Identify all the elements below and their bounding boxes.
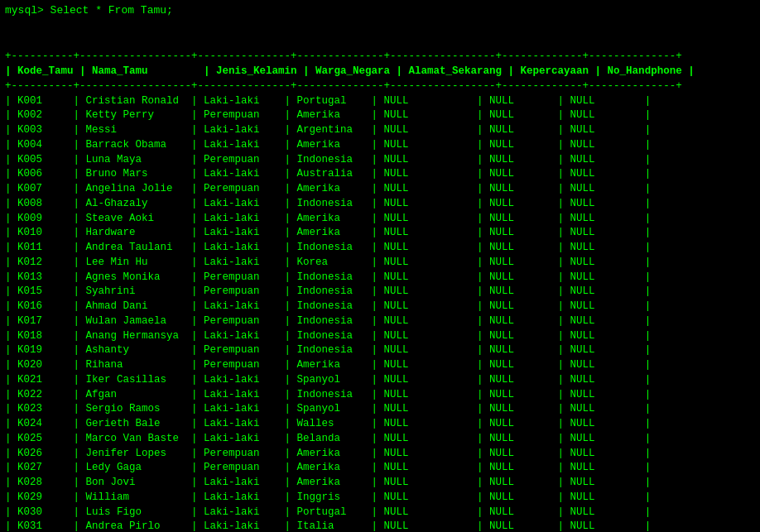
table-row: | K028 | Bon Jovi | Laki-laki | Amerika … <box>5 476 755 491</box>
table-row: | K029 | William | Laki-laki | Inggris |… <box>5 491 755 506</box>
sql-prompt: mysql> Select * From Tamu; <box>5 3 755 19</box>
table-row: | K019 | Ashanty | Perempuan | Indonesia… <box>5 343 755 358</box>
table-row: | K001 | Cristian Ronald | Laki-laki | P… <box>5 94 755 109</box>
table-row: | K011 | Andrea Taulani | Laki-laki | In… <box>5 241 755 256</box>
table-row: | K026 | Jenifer Lopes | Perempuan | Ame… <box>5 447 755 462</box>
table-row: | K015 | Syahrini | Perempuan | Indonesi… <box>5 285 755 300</box>
table-row: | K010 | Hardware | Laki-laki | Amerika … <box>5 226 755 241</box>
table-row: | K031 | Andrea Pirlo | Laki-laki | Ital… <box>5 520 755 532</box>
table-row: | K017 | Wulan Jamaela | Perempuan | Ind… <box>5 314 755 329</box>
table-row: | K005 | Luna Maya | Perempuan | Indones… <box>5 153 755 168</box>
table-row: | K022 | Afgan | Laki-laki | Indonesia |… <box>5 388 755 403</box>
table-row: | K009 | Steave Aoki | Laki-laki | Ameri… <box>5 212 755 227</box>
terminal-window: mysql> Select * From Tamu; +----------+-… <box>5 3 755 532</box>
table-row: | K004 | Barrack Obama | Laki-laki | Ame… <box>5 138 755 153</box>
table-row: | K013 | Agnes Monika | Perempuan | Indo… <box>5 271 755 285</box>
table-row: | K030 | Luis Figo | Laki-laki | Portuga… <box>5 506 755 520</box>
table-row: | K025 | Marco Van Baste | Laki-laki | B… <box>5 432 755 447</box>
table-row: | K006 | Bruno Mars | Laki-laki | Austra… <box>5 167 755 182</box>
table-row: | K008 | Al-Ghazaly | Laki-laki | Indone… <box>5 197 755 212</box>
query-results: +----------+------------------+---------… <box>5 21 755 532</box>
table-row: | K002 | Ketty Perry | Perempuan | Ameri… <box>5 108 755 123</box>
table-row: | K018 | Anang Hermansya | Laki-laki | I… <box>5 329 755 344</box>
table-row: | K027 | Ledy Gaga | Perempuan | Amerika… <box>5 461 755 476</box>
table-row: | K007 | Angelina Jolie | Perempuan | Am… <box>5 182 755 197</box>
table-row: | K020 | Rihana | Perempuan | Amerika | … <box>5 358 755 373</box>
table-row: | K024 | Gerieth Bale | Laki-laki | Wall… <box>5 417 755 432</box>
table-row: | K016 | Ahmad Dani | Laki-laki | Indone… <box>5 300 755 314</box>
table-row: | K012 | Lee Min Hu | Laki-laki | Korea … <box>5 256 755 271</box>
table-row: | K023 | Sergio Ramos | Laki-laki | Span… <box>5 402 755 417</box>
table-row: | K021 | Iker Casillas | Laki-laki | Spa… <box>5 373 755 388</box>
table-row: | K003 | Messi | Laki-laki | Argentina |… <box>5 123 755 138</box>
